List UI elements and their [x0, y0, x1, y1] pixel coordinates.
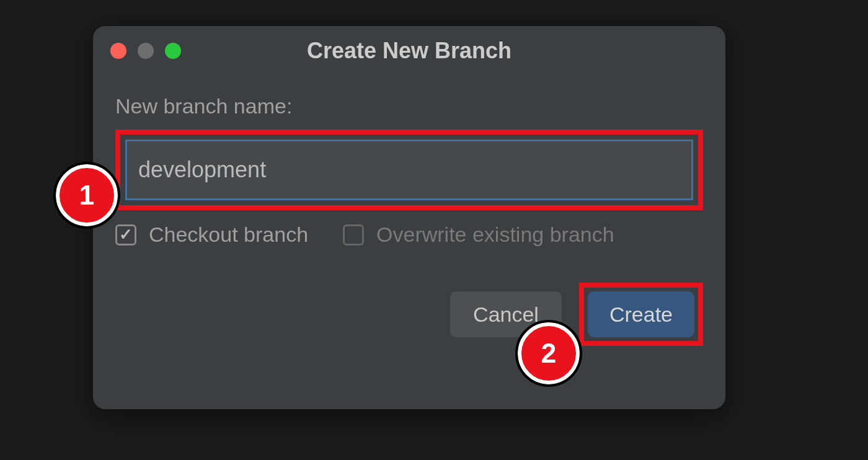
dialog-titlebar: Create New Branch — [93, 26, 725, 76]
window-minimize-button[interactable] — [138, 43, 154, 59]
dialog-title: Create New Branch — [307, 38, 512, 64]
window-controls — [110, 43, 181, 59]
overwrite-branch-checkbox[interactable] — [343, 224, 364, 245]
window-maximize-button[interactable] — [165, 43, 181, 59]
branch-name-input[interactable] — [125, 139, 693, 200]
checkout-branch-checkbox[interactable] — [115, 224, 136, 245]
dialog-button-row: Cancel Create — [115, 283, 703, 346]
annotation-highlight-2: Create — [579, 283, 703, 346]
overwrite-branch-label: Overwrite existing branch — [376, 223, 614, 247]
window-close-button[interactable] — [110, 43, 126, 59]
annotation-badge-2: 2 — [518, 322, 580, 384]
dialog-body: New branch name: Checkout branch Overwri… — [93, 76, 725, 365]
create-button[interactable]: Create — [588, 291, 694, 337]
annotation-badge-1: 1 — [56, 164, 118, 226]
annotation-highlight-1 — [115, 130, 703, 210]
checkbox-row: Checkout branch Overwrite existing branc… — [115, 223, 703, 247]
create-branch-dialog: Create New Branch New branch name: Check… — [93, 26, 725, 409]
branch-name-label: New branch name: — [115, 94, 703, 118]
checkout-branch-label: Checkout branch — [149, 223, 308, 247]
